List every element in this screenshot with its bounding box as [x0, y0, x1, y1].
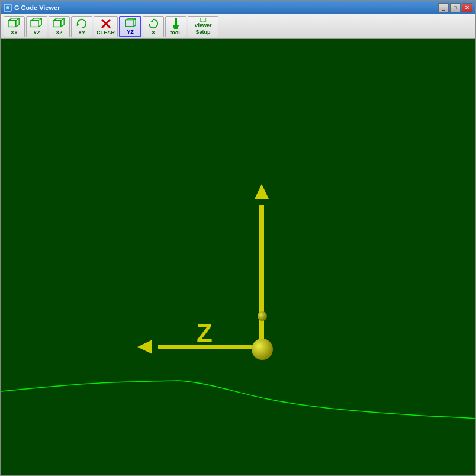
svg-rect-8: [53, 20, 61, 27]
maximize-button[interactable]: □: [450, 3, 461, 12]
main-window: G Code Viewer _ □ ✕ XY: [0, 0, 476, 476]
svg-rect-2: [8, 20, 16, 27]
window-icon: [4, 4, 12, 12]
view-xz-button[interactable]: XZ: [49, 16, 70, 37]
view-xy-button[interactable]: XY: [4, 16, 25, 37]
clear-button[interactable]: CLEAR: [94, 16, 118, 37]
toolbar: XY YZ XZ: [1, 14, 475, 39]
svg-marker-22: [173, 25, 179, 29]
svg-rect-5: [31, 20, 38, 27]
svg-point-33: [258, 311, 267, 321]
svg-rect-21: [175, 18, 177, 25]
svg-marker-28: [255, 184, 269, 199]
rotate-x-button[interactable]: X: [143, 16, 164, 37]
title-bar: G Code Viewer _ □ ✕: [1, 1, 475, 14]
viewer-setup-button[interactable]: ViewerSetup: [188, 16, 218, 37]
window-controls: _ □ ✕: [438, 3, 472, 12]
view-yz2-button[interactable]: YZ: [119, 16, 141, 37]
window-title: G Code Viewer: [14, 4, 438, 11]
svg-marker-11: [77, 24, 80, 27]
rotate-xy-button[interactable]: XY: [71, 16, 92, 37]
svg-rect-23: [200, 18, 205, 22]
close-button[interactable]: ✕: [462, 3, 472, 12]
svg-marker-20: [150, 19, 153, 22]
svg-rect-14: [126, 20, 133, 26]
svg-point-1: [6, 6, 9, 9]
toolpath-svg: Z: [1, 39, 475, 475]
svg-point-32: [252, 339, 273, 360]
svg-marker-30: [137, 340, 152, 354]
tool-button[interactable]: tooL: [165, 16, 186, 37]
svg-text:Z: Z: [197, 319, 213, 348]
minimize-button[interactable]: _: [438, 3, 449, 12]
view-yz-button[interactable]: YZ: [26, 16, 47, 37]
viewport[interactable]: Z: [1, 39, 475, 475]
